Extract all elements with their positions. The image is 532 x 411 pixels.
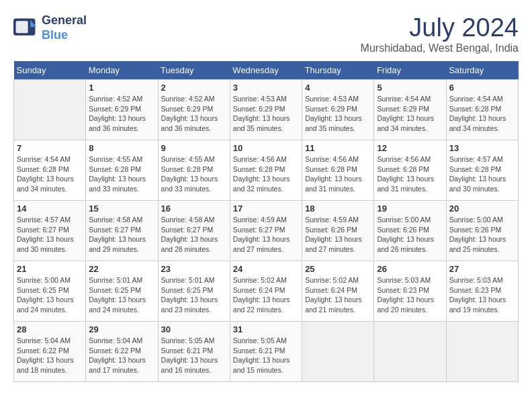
day-number: 21 [17, 264, 83, 274]
calendar-cell: 7Sunrise: 4:54 AM Sunset: 6:28 PM Daylig… [14, 140, 86, 201]
logo: General Blue [13, 13, 87, 42]
day-info: Sunrise: 4:56 AM Sunset: 6:28 PM Dayligh… [233, 154, 299, 194]
calendar-cell: 15Sunrise: 4:58 AM Sunset: 6:27 PM Dayli… [86, 201, 158, 261]
day-number: 31 [233, 324, 299, 334]
calendar-cell: 18Sunrise: 4:59 AM Sunset: 6:26 PM Dayli… [302, 201, 374, 261]
calendar-cell: 27Sunrise: 5:03 AM Sunset: 6:23 PM Dayli… [446, 261, 518, 322]
day-number: 15 [89, 203, 154, 214]
calendar-cell: 24Sunrise: 5:02 AM Sunset: 6:24 PM Dayli… [230, 261, 302, 322]
calendar-cell: 26Sunrise: 5:03 AM Sunset: 6:23 PM Dayli… [374, 261, 446, 322]
day-number: 19 [377, 203, 443, 214]
calendar-cell: 30Sunrise: 5:05 AM Sunset: 6:21 PM Dayli… [158, 322, 230, 382]
day-info: Sunrise: 4:57 AM Sunset: 6:27 PM Dayligh… [17, 215, 83, 255]
day-number: 5 [377, 83, 443, 93]
day-number: 22 [89, 264, 154, 274]
day-number: 9 [161, 143, 227, 153]
day-info: Sunrise: 5:00 AM Sunset: 6:25 PM Dayligh… [17, 275, 83, 315]
calendar-cell: 10Sunrise: 4:56 AM Sunset: 6:28 PM Dayli… [230, 140, 302, 201]
calendar-cell: 14Sunrise: 4:57 AM Sunset: 6:27 PM Dayli… [14, 201, 86, 261]
calendar-cell: 29Sunrise: 5:04 AM Sunset: 6:22 PM Dayli… [86, 322, 158, 382]
logo-icon [13, 18, 38, 38]
location-title: Murshidabad, West Bengal, India [361, 42, 519, 54]
week-row-2: 7Sunrise: 4:54 AM Sunset: 6:28 PM Daylig… [14, 140, 519, 201]
day-number: 11 [305, 143, 371, 153]
calendar-cell: 22Sunrise: 5:01 AM Sunset: 6:25 PM Dayli… [86, 261, 158, 322]
day-number: 18 [305, 203, 371, 214]
day-info: Sunrise: 4:59 AM Sunset: 6:26 PM Dayligh… [305, 215, 371, 255]
page-header: General Blue July 2024 Murshidabad, West… [13, 13, 519, 54]
day-info: Sunrise: 4:57 AM Sunset: 6:28 PM Dayligh… [449, 154, 515, 194]
header-friday: Friday [374, 61, 446, 80]
calendar-cell [302, 322, 374, 382]
day-info: Sunrise: 4:58 AM Sunset: 6:27 PM Dayligh… [161, 215, 227, 255]
logo-text: General Blue [42, 13, 87, 42]
day-number: 23 [161, 264, 227, 274]
calendar-cell: 31Sunrise: 5:05 AM Sunset: 6:21 PM Dayli… [230, 322, 302, 382]
week-row-3: 14Sunrise: 4:57 AM Sunset: 6:27 PM Dayli… [14, 201, 519, 261]
calendar-cell [374, 322, 446, 382]
calendar-cell [446, 322, 518, 382]
day-number: 25 [305, 264, 371, 274]
day-info: Sunrise: 4:52 AM Sunset: 6:29 PM Dayligh… [89, 94, 154, 134]
day-info: Sunrise: 4:53 AM Sunset: 6:29 PM Dayligh… [233, 94, 299, 134]
day-number: 14 [17, 203, 83, 214]
day-number: 12 [377, 143, 443, 153]
day-number: 20 [449, 203, 515, 214]
calendar-cell: 11Sunrise: 4:56 AM Sunset: 6:28 PM Dayli… [302, 140, 374, 201]
day-number: 7 [17, 143, 83, 153]
calendar-cell: 28Sunrise: 5:04 AM Sunset: 6:22 PM Dayli… [14, 322, 86, 382]
day-info: Sunrise: 5:04 AM Sunset: 6:22 PM Dayligh… [17, 336, 83, 375]
calendar-cell: 3Sunrise: 4:53 AM Sunset: 6:29 PM Daylig… [230, 80, 302, 140]
calendar-cell: 2Sunrise: 4:52 AM Sunset: 6:29 PM Daylig… [158, 80, 230, 140]
calendar-cell: 1Sunrise: 4:52 AM Sunset: 6:29 PM Daylig… [86, 80, 158, 140]
day-number: 30 [161, 324, 227, 334]
day-info: Sunrise: 5:02 AM Sunset: 6:24 PM Dayligh… [305, 275, 371, 315]
calendar-cell: 25Sunrise: 5:02 AM Sunset: 6:24 PM Dayli… [302, 261, 374, 322]
week-row-5: 28Sunrise: 5:04 AM Sunset: 6:22 PM Dayli… [14, 322, 519, 382]
day-number: 27 [449, 264, 515, 274]
day-info: Sunrise: 5:05 AM Sunset: 6:21 PM Dayligh… [233, 336, 299, 375]
calendar-cell: 5Sunrise: 4:54 AM Sunset: 6:29 PM Daylig… [374, 80, 446, 140]
day-info: Sunrise: 4:56 AM Sunset: 6:28 PM Dayligh… [377, 154, 443, 194]
day-number: 10 [233, 143, 299, 153]
day-info: Sunrise: 5:01 AM Sunset: 6:25 PM Dayligh… [89, 275, 154, 315]
calendar-cell: 21Sunrise: 5:00 AM Sunset: 6:25 PM Dayli… [14, 261, 86, 322]
day-info: Sunrise: 4:54 AM Sunset: 6:28 PM Dayligh… [17, 154, 83, 194]
day-info: Sunrise: 4:54 AM Sunset: 6:29 PM Dayligh… [377, 94, 443, 134]
title-section: July 2024 Murshidabad, West Bengal, Indi… [361, 13, 519, 54]
day-info: Sunrise: 4:52 AM Sunset: 6:29 PM Dayligh… [161, 94, 227, 134]
day-info: Sunrise: 4:55 AM Sunset: 6:28 PM Dayligh… [161, 154, 227, 194]
day-number: 17 [233, 203, 299, 214]
calendar-cell: 17Sunrise: 4:59 AM Sunset: 6:27 PM Dayli… [230, 201, 302, 261]
header-thursday: Thursday [302, 61, 374, 80]
calendar-cell: 23Sunrise: 5:01 AM Sunset: 6:25 PM Dayli… [158, 261, 230, 322]
calendar-cell: 19Sunrise: 5:00 AM Sunset: 6:26 PM Dayli… [374, 201, 446, 261]
header-saturday: Saturday [446, 61, 518, 80]
calendar-cell: 12Sunrise: 4:56 AM Sunset: 6:28 PM Dayli… [374, 140, 446, 201]
day-info: Sunrise: 5:05 AM Sunset: 6:21 PM Dayligh… [161, 336, 227, 375]
week-row-4: 21Sunrise: 5:00 AM Sunset: 6:25 PM Dayli… [14, 261, 519, 322]
day-info: Sunrise: 5:01 AM Sunset: 6:25 PM Dayligh… [161, 275, 227, 315]
day-number: 4 [305, 83, 371, 93]
header-monday: Monday [86, 61, 158, 80]
svg-rect-3 [16, 21, 28, 33]
calendar-table: SundayMondayTuesdayWednesdayThursdayFrid… [13, 61, 519, 382]
day-number: 28 [17, 324, 83, 334]
day-info: Sunrise: 5:00 AM Sunset: 6:26 PM Dayligh… [377, 215, 443, 255]
calendar-cell: 20Sunrise: 5:00 AM Sunset: 6:26 PM Dayli… [446, 201, 518, 261]
day-number: 13 [449, 143, 515, 153]
day-info: Sunrise: 4:53 AM Sunset: 6:29 PM Dayligh… [305, 94, 371, 134]
day-info: Sunrise: 4:56 AM Sunset: 6:28 PM Dayligh… [305, 154, 371, 194]
calendar-cell: 13Sunrise: 4:57 AM Sunset: 6:28 PM Dayli… [446, 140, 518, 201]
calendar-cell: 6Sunrise: 4:54 AM Sunset: 6:28 PM Daylig… [446, 80, 518, 140]
header-sunday: Sunday [14, 61, 86, 80]
day-info: Sunrise: 5:02 AM Sunset: 6:24 PM Dayligh… [233, 275, 299, 315]
day-info: Sunrise: 4:58 AM Sunset: 6:27 PM Dayligh… [89, 215, 154, 255]
day-number: 26 [377, 264, 443, 274]
calendar-header: SundayMondayTuesdayWednesdayThursdayFrid… [14, 61, 519, 80]
day-info: Sunrise: 5:00 AM Sunset: 6:26 PM Dayligh… [449, 215, 515, 255]
calendar-cell: 16Sunrise: 4:58 AM Sunset: 6:27 PM Dayli… [158, 201, 230, 261]
week-row-1: 1Sunrise: 4:52 AM Sunset: 6:29 PM Daylig… [14, 80, 519, 140]
header-tuesday: Tuesday [158, 61, 230, 80]
calendar-cell: 9Sunrise: 4:55 AM Sunset: 6:28 PM Daylig… [158, 140, 230, 201]
